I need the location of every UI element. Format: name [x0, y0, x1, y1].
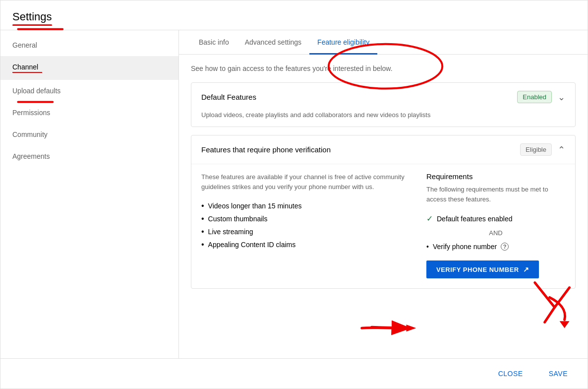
phone-verification-title: Features that require phone verification [201, 145, 331, 154]
list-item: Custom thumbnails [201, 212, 407, 225]
sidebar-item-community[interactable]: Community [0, 124, 178, 145]
sidebar-item-permissions[interactable]: Permissions [0, 102, 178, 124]
chevron-down-icon: ⌄ [558, 92, 565, 103]
list-item: Live streaming [201, 225, 407, 238]
content-description: See how to gain access to the features y… [191, 65, 576, 72]
save-button[interactable]: SAVE [541, 366, 576, 382]
list-item: Videos longer than 15 minutes [201, 199, 407, 212]
phone-verification-header[interactable]: Features that require phone verification… [191, 135, 575, 164]
features-list-col: These features are available if your cha… [201, 172, 407, 278]
checkmark-icon: ✓ [426, 214, 433, 223]
external-link-icon: ↗ [523, 265, 529, 273]
verify-phone-button[interactable]: VERIFY PHONE NUMBER ↗ [426, 260, 539, 278]
sidebar-item-channel[interactable]: Channel [0, 56, 178, 80]
close-button[interactable]: CLOSE [490, 366, 531, 382]
chevron-up-icon: ⌃ [558, 144, 565, 155]
enabled-badge: Enabled [517, 91, 552, 103]
sidebar-item-agreements[interactable]: Agreements [0, 145, 178, 167]
and-separator: AND [426, 229, 565, 237]
settings-dialog: Settings General Channel Upload defaults… [0, 0, 588, 389]
sidebar-item-general[interactable]: General [0, 34, 178, 56]
content-area: See how to gain access to the features y… [179, 55, 588, 358]
default-features-card: Default Features Enabled ⌄ Upload videos… [191, 82, 576, 127]
tab-feature-eligibility[interactable]: Feature eligibility [309, 30, 377, 55]
main-content: Basic info Advanced settings Feature eli… [179, 30, 588, 358]
phone-verification-right: Eligible ⌃ [520, 143, 565, 156]
req-item-verify-phone: • Verify phone number ? [426, 241, 565, 253]
dialog-footer: CLOSE SAVE [0, 358, 588, 389]
dialog-body: General Channel Upload defaults Permissi… [0, 30, 588, 358]
default-features-right: Enabled ⌄ [517, 91, 565, 103]
list-item: Appealing Content ID claims [201, 238, 407, 251]
requirements-col: Requirements The following requirements … [426, 172, 565, 278]
requirements-description: The following requirements must be met t… [426, 185, 565, 204]
help-icon[interactable]: ? [501, 243, 509, 251]
phone-verification-desc: These features are available if your cha… [201, 172, 407, 192]
sidebar: General Channel Upload defaults Permissi… [0, 30, 179, 358]
default-features-title: Default Features [201, 93, 256, 101]
requirements-title: Requirements [426, 172, 565, 181]
tabs-row: Basic info Advanced settings Feature eli… [179, 30, 588, 55]
req-item-default-features: ✓ Default features enabled [426, 212, 565, 225]
tab-basic-info[interactable]: Basic info [191, 30, 237, 55]
tab-advanced-settings[interactable]: Advanced settings [237, 30, 309, 55]
dialog-header: Settings [0, 0, 588, 30]
channel-underline [12, 72, 42, 73]
bullet-icon: • [426, 243, 429, 251]
eligible-badge: Eligible [520, 143, 552, 156]
features-bullet-list: Videos longer than 15 minutes Custom thu… [201, 199, 407, 251]
default-features-header[interactable]: Default Features Enabled ⌄ [191, 83, 575, 111]
sidebar-item-upload-defaults[interactable]: Upload defaults [0, 80, 178, 102]
default-features-subtitle: Upload videos, create playlists and add … [191, 111, 575, 127]
phone-verification-card: Features that require phone verification… [191, 135, 576, 289]
phone-verification-body: These features are available if your cha… [191, 164, 575, 288]
dialog-title: Settings [12, 10, 52, 26]
